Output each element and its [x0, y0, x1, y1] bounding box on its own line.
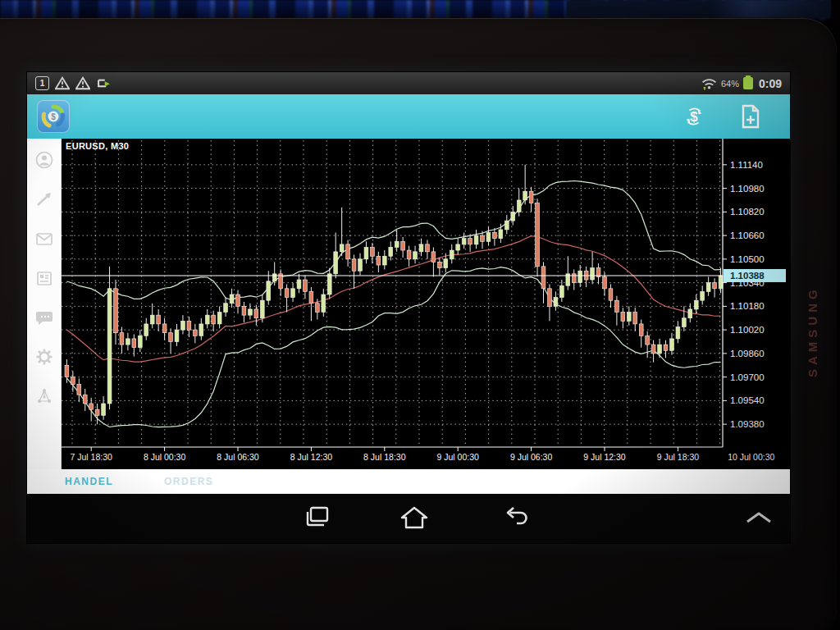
metatrader-logo[interactable]: $ — [37, 100, 70, 133]
svg-text:1.10980: 1.10980 — [730, 184, 765, 194]
svg-text:9 Jul 00:30: 9 Jul 00:30 — [437, 452, 480, 462]
home-button[interactable] — [399, 504, 429, 531]
background-monitor-edge — [566, 0, 830, 18]
battery-icon — [743, 77, 753, 89]
svg-text:1.10180: 1.10180 — [730, 301, 765, 311]
sidebar — [27, 139, 62, 469]
svg-text:8 Jul 18:30: 8 Jul 18:30 — [363, 452, 406, 462]
svg-text:8 Jul 12:30: 8 Jul 12:30 — [290, 452, 333, 462]
battery-percent: 64% — [721, 79, 739, 89]
news-icon[interactable] — [34, 268, 54, 288]
tab-orders[interactable]: ORDERS — [164, 476, 213, 487]
svg-text:1.11140: 1.11140 — [730, 160, 763, 170]
svg-text:1.10388: 1.10388 — [730, 271, 765, 281]
svg-text:9 Jul 18:30: 9 Jul 18:30 — [657, 452, 700, 462]
chart-area[interactable]: EURUSD, M30 1.111401.109801.108201.10660… — [62, 139, 790, 469]
trade-arrow-icon[interactable] — [34, 189, 54, 209]
trade-currency-icon[interactable]: $ — [682, 104, 706, 129]
recent-apps-button[interactable] — [304, 504, 331, 531]
svg-text:10 Jul 00:30: 10 Jul 00:30 — [728, 452, 774, 462]
back-button[interactable] — [502, 504, 530, 531]
svg-text:1.10820: 1.10820 — [730, 207, 765, 217]
tablet-screen: 1 64% — [27, 72, 790, 543]
svg-text:9 Jul 12:30: 9 Jul 12:30 — [583, 452, 626, 462]
settings-gear-icon[interactable] — [34, 347, 54, 367]
svg-text:$: $ — [51, 112, 56, 121]
warning-icon — [55, 76, 70, 90]
svg-text:$: $ — [690, 109, 698, 125]
svg-text:8 Jul 00:30: 8 Jul 00:30 — [144, 452, 186, 462]
mail-icon[interactable] — [34, 229, 54, 249]
new-order-icon[interactable] — [739, 104, 762, 129]
tab-bar: HANDEL ORDERS — [27, 469, 790, 494]
account-icon[interactable] — [34, 150, 54, 170]
expand-chevron-icon[interactable] — [742, 510, 775, 525]
svg-text:8 Jul 06:30: 8 Jul 06:30 — [217, 452, 259, 462]
price-chart[interactable]: 1.111401.109801.108201.106601.105001.103… — [62, 139, 790, 469]
notification-count-icon[interactable]: 1 — [35, 76, 49, 90]
status-bar: 1 64% — [27, 72, 790, 94]
screenshot-forward-icon — [96, 76, 112, 90]
clock: 0:09 — [759, 77, 782, 90]
svg-text:1.09380: 1.09380 — [730, 419, 765, 429]
svg-text:7 Jul 18:30: 7 Jul 18:30 — [71, 452, 113, 462]
svg-text:1.09540: 1.09540 — [730, 395, 765, 405]
svg-text:1.10660: 1.10660 — [730, 231, 765, 240]
android-nav-bar — [27, 494, 790, 543]
tablet-device: SAMSUNG 1 — [0, 18, 837, 630]
community-icon[interactable] — [34, 386, 54, 406]
tab-handel[interactable]: HANDEL — [65, 476, 113, 487]
svg-text:1.10020: 1.10020 — [730, 325, 765, 335]
symbol-timeframe-label: EURUSD, M30 — [66, 141, 129, 151]
svg-text:9 Jul 06:30: 9 Jul 06:30 — [510, 452, 553, 462]
svg-text:1.09700: 1.09700 — [730, 372, 765, 382]
warning-icon — [75, 76, 90, 90]
chat-icon[interactable] — [34, 308, 54, 327]
wifi-icon — [701, 77, 717, 90]
main-content: EURUSD, M30 1.111401.109801.108201.10660… — [27, 139, 790, 469]
svg-text:1.09860: 1.09860 — [730, 349, 765, 358]
app-toolbar: $ $ — [27, 94, 790, 139]
svg-text:1.10500: 1.10500 — [730, 254, 765, 264]
samsung-logo: SAMSUNG — [806, 230, 819, 377]
